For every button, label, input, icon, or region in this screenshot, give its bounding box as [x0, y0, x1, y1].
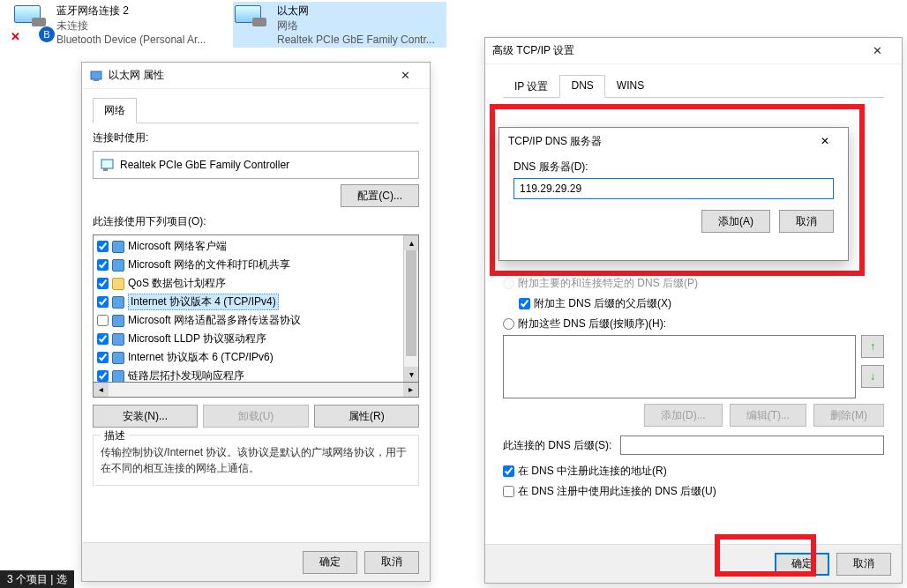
protocol-icon [112, 296, 124, 309]
cancel-button[interactable]: 取消 [836, 553, 891, 576]
adapter-box: Realtek PCIe GbE Family Controller [93, 151, 419, 179]
move-up-button[interactable]: ↑ [861, 335, 884, 358]
scroll-down-icon[interactable]: ▾ [404, 367, 418, 382]
check-append-parent[interactable]: 附加主 DNS 后缀的父后缀(X) [519, 296, 884, 311]
adapter-title: 以太网 [277, 4, 445, 19]
dns-server-label: DNS 服务器(D): [513, 160, 834, 175]
close-button[interactable]: ✕ [859, 39, 895, 63]
tab-network[interactable]: 网络 [93, 98, 137, 123]
protocol-listbox[interactable]: Microsoft 网络客户端Microsoft 网络的文件和打印机共享QoS … [93, 234, 419, 383]
protocol-icon [112, 278, 124, 290]
close-button[interactable]: ✕ [387, 63, 423, 88]
protocol-label: Internet 协议版本 6 (TCP/IPv6) [128, 350, 274, 365]
add-button[interactable]: 添加(A) [701, 210, 770, 233]
horizontal-scrollbar[interactable]: ◂ ▸ [93, 383, 419, 398]
dns-suffix-listbox[interactable] [503, 335, 856, 398]
move-down-button[interactable]: ↓ [861, 365, 884, 388]
adapter-name: Realtek PCIe GbE Family Controller [120, 159, 289, 171]
arrow-down-icon: ↓ [870, 370, 875, 383]
tab-ip-settings[interactable]: IP 设置 [503, 75, 559, 98]
advanced-tcpip-dialog: 高级 TCP/IP 设置 ✕ IP 设置 DNS WINS 附加主要的和连接特定… [484, 37, 903, 584]
conn-suffix-input[interactable] [620, 435, 884, 455]
protocol-checkbox[interactable] [97, 259, 109, 271]
protocol-checkbox[interactable] [97, 241, 109, 252]
protocol-checkbox[interactable] [97, 370, 109, 382]
titlebar[interactable]: 以太网 属性 ✕ [82, 63, 430, 89]
tab-wins[interactable]: WINS [605, 75, 656, 98]
properties-button[interactable]: 属性(R) [314, 405, 419, 428]
close-button[interactable]: ✕ [811, 135, 839, 147]
check-register-address[interactable]: 在 DNS 中注册此连接的地址(R) [503, 464, 884, 479]
protocol-checkbox[interactable] [97, 278, 109, 289]
edit-suffix-button: 编辑(T)... [730, 404, 806, 427]
dialog-title: 高级 TCP/IP 设置 [492, 43, 859, 58]
protocol-icon [112, 333, 124, 346]
radio-append-primary[interactable]: 附加主要的和连接特定的 DNS 后缀(P) [503, 276, 884, 291]
protocol-item[interactable]: Microsoft 网络适配器多路传送器协议 [94, 311, 403, 330]
protocol-label: 链路层拓扑发现响应程序 [128, 368, 244, 382]
protocol-item[interactable]: QoS 数据包计划程序 [94, 274, 403, 293]
protocol-item[interactable]: 链路层拓扑发现响应程序 [94, 367, 403, 382]
cancel-button[interactable]: 取消 [364, 551, 419, 574]
protocol-item[interactable]: Microsoft 网络客户端 [94, 237, 403, 256]
check-label: 附加主 DNS 后缀的父后缀(X) [534, 296, 671, 311]
adapter-status: 未连接 [56, 19, 224, 33]
bluetooth-adapter-icon: ✕ B [14, 4, 51, 41]
adapter-title: 蓝牙网络连接 2 [56, 4, 224, 19]
ok-button[interactable]: 确定 [303, 551, 357, 574]
protocol-checkbox[interactable] [97, 333, 109, 345]
uses-items-label: 此连接使用下列项目(O): [93, 214, 419, 229]
dns-server-input[interactable] [513, 178, 834, 199]
svg-rect-1 [94, 79, 99, 81]
install-button[interactable]: 安装(N)... [93, 405, 198, 428]
protocol-label: QoS 数据包计划程序 [128, 276, 226, 291]
protocol-icon [112, 370, 124, 383]
delete-suffix-button: 删除(M) [813, 404, 884, 427]
protocol-checkbox[interactable] [97, 296, 109, 308]
protocol-item[interactable]: Internet 协议版本 6 (TCP/IPv6) [94, 348, 403, 367]
radio-append-these[interactable]: 附加这些 DNS 后缀(按顺序)(H): [503, 316, 884, 331]
dialog-footer: 确定 取消 [485, 544, 902, 583]
tabbar: IP 设置 DNS WINS [503, 75, 884, 98]
protocol-item[interactable]: Internet 协议版本 4 (TCP/IPv4) [94, 293, 403, 311]
tab-dns[interactable]: DNS [559, 75, 604, 98]
protocol-checkbox[interactable] [97, 352, 109, 363]
radio-label: 附加这些 DNS 后缀(按顺序)(H): [518, 316, 666, 331]
adapter-bluetooth[interactable]: ✕ B 蓝牙网络连接 2 未连接 Bluetooth Device (Perso… [12, 2, 226, 48]
connect-using-label: 连接时使用: [93, 130, 419, 145]
disconnected-icon: ✕ [11, 30, 23, 42]
titlebar[interactable]: 高级 TCP/IP 设置 ✕ [485, 38, 902, 64]
ethernet-properties-dialog: 以太网 属性 ✕ 网络 连接时使用: Realtek PCIe GbE Fami… [81, 62, 431, 582]
cancel-button[interactable]: 取消 [779, 210, 834, 233]
scroll-left-icon[interactable]: ◂ [94, 383, 109, 397]
scroll-right-icon[interactable]: ▸ [403, 383, 418, 397]
protocol-label: Microsoft 网络的文件和打印机共享 [128, 257, 290, 272]
scroll-up-icon[interactable]: ▴ [404, 235, 418, 250]
protocol-checkbox[interactable] [97, 315, 109, 326]
protocol-label: Internet 协议版本 4 (TCP/IPv4) [128, 294, 279, 310]
protocol-label: Microsoft LLDP 协议驱动程序 [128, 331, 266, 346]
protocol-item[interactable]: Microsoft 网络的文件和打印机共享 [94, 256, 403, 274]
dialog-footer: 确定 取消 [82, 542, 430, 581]
adapter-ethernet[interactable]: 以太网 网络 Realtek PCIe GbE Family Contr... [233, 2, 446, 48]
check-use-suffix-registration[interactable]: 在 DNS 注册中使用此连接的 DNS 后缀(U) [503, 484, 884, 499]
bluetooth-icon: B [39, 26, 55, 42]
svg-rect-2 [101, 160, 113, 168]
protocol-icon [112, 352, 124, 364]
ethernet-adapter-icon [235, 4, 272, 41]
description-text: 传输控制协议/Internet 协议。该协议是默认的广域网络协议，用于在不同的相… [99, 441, 413, 476]
protocol-icon [112, 241, 124, 253]
titlebar[interactable]: TCP/IP DNS 服务器 ✕ [499, 128, 848, 154]
scroll-thumb[interactable] [406, 250, 416, 356]
vertical-scrollbar[interactable]: ▴ ▾ [403, 235, 418, 382]
configure-button[interactable]: 配置(C)... [341, 184, 419, 207]
svg-rect-3 [103, 168, 108, 171]
protocol-label: Microsoft 网络客户端 [128, 239, 227, 254]
nic-icon [101, 158, 115, 172]
add-suffix-button: 添加(D)... [644, 404, 723, 427]
adapter-device: Bluetooth Device (Personal Ar... [56, 33, 224, 46]
ok-button[interactable]: 确定 [775, 553, 829, 576]
protocol-item[interactable]: Microsoft LLDP 协议驱动程序 [94, 330, 403, 348]
protocol-label: Microsoft 网络适配器多路传送器协议 [128, 313, 301, 328]
dns-server-popup: TCP/IP DNS 服务器 ✕ DNS 服务器(D): 添加(A) 取消 [498, 127, 849, 261]
